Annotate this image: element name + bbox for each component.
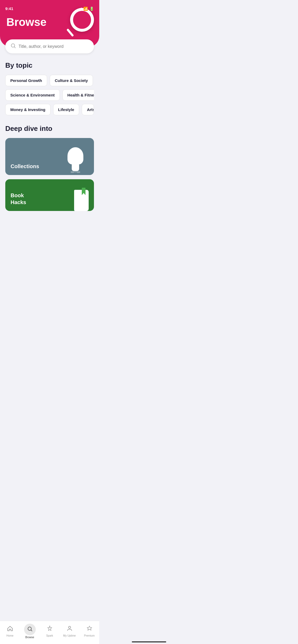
- collections-card[interactable]: Collections: [5, 138, 94, 175]
- deep-dive-title: Deep dive into: [5, 125, 94, 133]
- search-bar[interactable]: [5, 39, 94, 53]
- topic-pill-culture-society[interactable]: Culture & Society: [50, 75, 93, 86]
- topic-pill-health-fitness[interactable]: Health & Fitness: [62, 89, 94, 101]
- topic-pill-money-investing[interactable]: Money & Investing: [5, 104, 51, 115]
- battery-icon: 🔋: [89, 7, 94, 11]
- signal-icon: [77, 7, 82, 10]
- topic-row-3: Money & Investing Lifestyle Arts & Des…: [5, 104, 94, 115]
- topic-pill-personal-growth[interactable]: Personal Growth: [5, 75, 47, 86]
- book-decoration: [67, 185, 89, 211]
- search-input[interactable]: [19, 44, 89, 49]
- topic-pill-lifestyle[interactable]: Lifestyle: [53, 104, 79, 115]
- topic-row-1: Personal Growth Culture & Society Bus…: [5, 75, 94, 86]
- page-title: Browse: [6, 16, 93, 28]
- search-container: [0, 39, 99, 53]
- status-time: 9:41: [5, 6, 13, 11]
- deep-dive-section: Deep dive into Collections BookHacks: [5, 125, 94, 211]
- collections-label: Collections: [11, 163, 39, 170]
- topics-section: By topic Personal Growth Culture & Socie…: [5, 61, 94, 115]
- topic-pill-science-environment[interactable]: Science & Environment: [5, 89, 60, 101]
- book-hacks-label: BookHacks: [11, 192, 26, 206]
- topics-section-title: By topic: [5, 61, 94, 70]
- search-icon: [11, 43, 16, 50]
- lightbulb-decoration: [65, 146, 86, 175]
- topic-pill-arts-design[interactable]: Arts & Des…: [82, 104, 94, 115]
- book-hacks-card[interactable]: BookHacks: [5, 179, 94, 211]
- topic-row-2: Science & Environment Health & Fitness: [5, 89, 94, 101]
- status-bar: 9:41 📶 🔋: [0, 3, 99, 11]
- wifi-icon: 📶: [83, 7, 88, 11]
- svg-line-1: [14, 47, 15, 48]
- status-icons: 📶 🔋: [77, 7, 94, 11]
